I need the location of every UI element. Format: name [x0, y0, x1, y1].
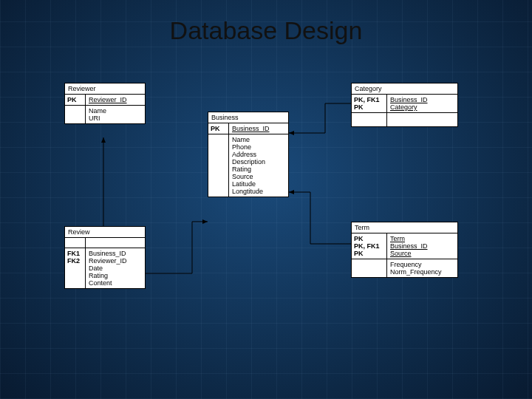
entity-header: Term [352, 222, 457, 233]
relationship-lines [0, 0, 532, 399]
attrs: Business_ID Reviewer_ID Date Rating Cont… [86, 248, 145, 288]
entity-header: Business [208, 112, 288, 123]
attrs: Frequency Norm_Frequency [387, 259, 457, 277]
key-label: PK [65, 95, 86, 105]
pk-attr: Reviewer_ID [86, 95, 145, 105]
key-label: FK1 FK2 [65, 248, 86, 288]
background-grid [0, 0, 532, 399]
key-label [65, 106, 86, 123]
pk-attr: Business_ID Category [387, 95, 457, 112]
entity-header: Reviewer [65, 83, 145, 95]
entity-business: Business PK Business_ID Name Phone Addre… [208, 112, 289, 197]
pk-attr: Term Business_ID Source [387, 233, 457, 259]
key-label: PK [208, 123, 229, 134]
entity-header: Category [352, 83, 457, 95]
pk-attr: Business_ID [229, 123, 288, 134]
pk-attr [86, 238, 145, 248]
attrs: Name Phone Address Description Rating So… [229, 134, 288, 197]
key-label: PK PK, FK1 PK [352, 233, 387, 259]
page-title: Database Design [0, 16, 532, 45]
key-label [352, 113, 387, 126]
key-label: PK, FK1 PK [352, 95, 387, 112]
entity-review: Review FK1 FK2 Business_ID Reviewer_ID D… [64, 226, 146, 289]
attrs [387, 113, 457, 126]
key-label [65, 238, 86, 248]
entity-reviewer: Reviewer PK Reviewer_ID Name URI [64, 83, 146, 124]
attrs: Name URI [86, 106, 145, 123]
entity-term: Term PK PK, FK1 PK Term Business_ID Sour… [351, 222, 458, 278]
key-label [208, 134, 229, 197]
key-label [352, 259, 387, 277]
entity-category: Category PK, FK1 PK Business_ID Category [351, 83, 458, 127]
entity-header: Review [65, 227, 145, 238]
